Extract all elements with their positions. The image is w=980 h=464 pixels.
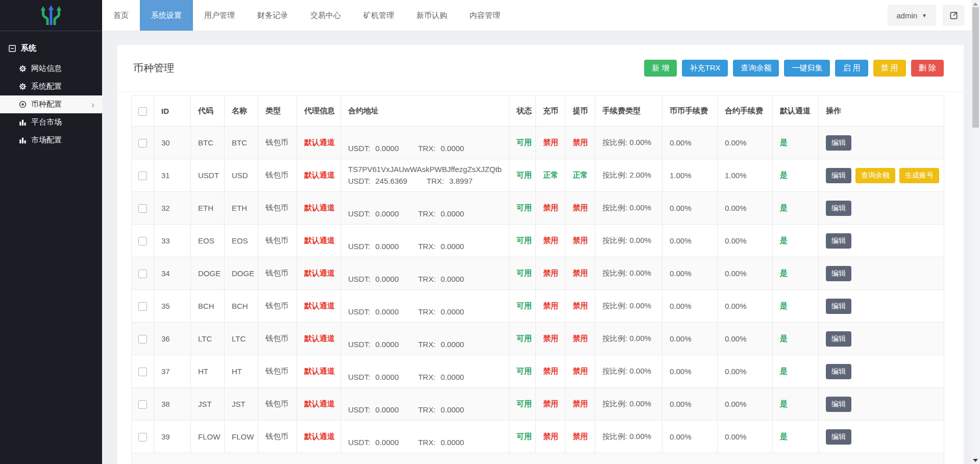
status-cell: 可用 [509,290,536,323]
logout-button[interactable] [943,5,964,26]
code-cell: BCH [191,290,225,323]
contract-cell: USDT:0.0000 TRX:0.0000 [341,421,509,453]
row-checkbox[interactable] [138,433,147,442]
column-header: 合约手续费 [718,96,773,127]
nav-tab[interactable]: 用户管理 [193,0,246,31]
nav-tab[interactable]: 矿机管理 [352,0,405,31]
select-all-checkbox[interactable] [138,107,147,116]
nav-tab[interactable]: 新币认购 [405,0,458,31]
row-checkbox[interactable] [138,172,147,180]
toolbar-button[interactable]: 禁 用 [873,60,906,77]
status-cell: 可用 [509,355,536,388]
scrollbar-thumb[interactable] [972,7,979,128]
withdraw-cell: 禁用 [566,421,595,453]
name-cell: DOGE [225,257,258,290]
top-navigation: 首页 系统设置 用户管理 财务记录 交易中心 矿机管理 新币认购 内容管理 [102,0,511,31]
row-action-button[interactable]: 编辑 [826,364,851,379]
row-checkbox[interactable] [138,204,147,213]
row-action-button[interactable]: 编辑 [826,397,851,412]
id-cell: 32 [154,192,191,225]
row-action-button[interactable]: 查询余额 [855,168,895,183]
contract-fee-cell: 0.00% [718,421,773,453]
table-row: 33 EOS EOS 钱包币 默认通道 USDT:0.0000 TRX:0.00… [132,225,944,257]
row-checkbox[interactable] [138,270,147,278]
topbar: 首页 系统设置 用户管理 财务记录 交易中心 矿机管理 新币认购 内容管理 ad… [102,0,971,31]
deposit-cell: 禁用 [536,421,566,453]
column-header: 名称 [225,96,258,127]
table-row: 36 LTC LTC 钱包币 默认通道 USDT:0.0000 TRX:0.00… [132,323,944,355]
nav-tab[interactable]: 系统设置 [140,0,193,31]
row-checkbox[interactable] [138,368,147,376]
row-checkbox[interactable] [138,237,147,246]
deposit-cell: 禁用 [536,290,566,323]
code-cell: USDT [191,159,225,192]
coin-fee-cell: 1.00% [663,159,718,192]
sidebar-item[interactable]: 币种配置 › [0,95,102,113]
name-cell: JST [225,388,258,421]
default-channel-cell: 是 [773,257,819,290]
table-row: 38 JST JST 钱包币 默认通道 USDT:0.0000 TRX:0.00… [132,388,944,421]
toolbar-button[interactable]: 新 增 [644,60,677,77]
default-channel-cell: 是 [773,290,819,323]
sidebar-item[interactable]: 系统配置 › [0,78,102,95]
id-cell: 38 [154,388,191,421]
table-row: 37 HT HT 钱包币 默认通道 USDT:0.0000 TRX:0.0000 [132,355,944,388]
nav-tab[interactable]: 交易中心 [299,0,352,31]
row-action-button[interactable]: 编辑 [826,429,851,445]
status-cell: 可用 [509,159,536,192]
nav-tab[interactable]: 首页 [102,0,140,31]
usdt-label: USDT: [348,275,370,283]
sidebar-section-system[interactable]: 系统 [0,31,102,60]
toolbar-button[interactable]: 启 用 [835,60,868,77]
name-cell: BCH [225,290,258,323]
row-action-button[interactable]: 编辑 [826,135,851,151]
agent-cell: 默认通道 [297,257,341,290]
fee-type-cell: 按比例: 0.00% [595,323,663,355]
toolbar-button[interactable]: 一键归集 [784,60,830,77]
toolbar-button[interactable]: 查询余额 [733,60,779,77]
row-checkbox[interactable] [138,139,147,148]
nav-tab[interactable]: 财务记录 [246,0,299,31]
sidebar-item[interactable]: 平台市场 › [0,113,102,131]
card: 币种管理 新 增 补充TRX 查询余额 一键归集 启 用 禁 用 [117,45,964,464]
fee-type-cell: 按比例: 0.00% [595,127,663,159]
type-cell: 钱包币 [258,290,297,323]
box-minus-icon [9,45,16,52]
sidebar-item[interactable]: 市场配置 › [0,131,102,149]
row-action-button[interactable]: 编辑 [826,299,851,314]
coin-fee-cell: 0.00% [663,355,718,388]
row-action-button[interactable]: 生成账号 [899,168,939,183]
usdt-label: USDT: [348,405,370,414]
scroll-up-arrow-icon[interactable] [973,3,978,6]
toolbar-button[interactable]: 补充TRX [682,60,728,77]
withdraw-cell: 禁用 [566,388,595,421]
balance-line: USDT:0.0000 TRX:0.0000 [348,241,509,252]
trx-label: TRX: [418,405,435,414]
row-action-button[interactable]: 编辑 [826,266,851,281]
row-checkbox[interactable] [138,400,147,409]
nav-tab[interactable]: 内容管理 [458,0,511,31]
type-cell: 钱包币 [258,159,297,192]
row-checkbox[interactable] [138,335,147,344]
contract-cell: USDT:0.0000 TRX:0.0000 [341,192,509,225]
type-cell: 钱包币 [258,355,297,388]
user-menu-button[interactable]: admin ▼ [888,5,936,26]
withdraw-cell: 禁用 [566,290,595,323]
row-action-button[interactable]: 编辑 [826,233,851,249]
contract-address [348,295,509,305]
contract-cell: USDT:0.0000 TRX:0.0000 [341,225,509,257]
trx-balance: 0.0000 [440,209,464,218]
contract-address [348,262,509,273]
scroll-down-arrow-icon[interactable] [973,459,978,462]
toolbar: 新 增 补充TRX 查询余额 一键归集 启 用 禁 用 删 除 [644,60,944,77]
contract-fee-cell: 0.00% [718,355,773,388]
withdraw-cell: 正常 [566,159,595,192]
row-action-button[interactable]: 编辑 [826,331,851,347]
sidebar-item[interactable]: 网站信息 › [0,60,102,78]
row-action-button[interactable]: 编辑 [826,201,851,216]
row-action-button[interactable]: 编辑 [826,168,851,183]
contract-fee-cell: 0.00% [718,290,773,323]
row-checkbox[interactable] [138,302,147,311]
toolbar-button[interactable]: 删 除 [911,60,944,77]
contract-address [348,360,509,371]
